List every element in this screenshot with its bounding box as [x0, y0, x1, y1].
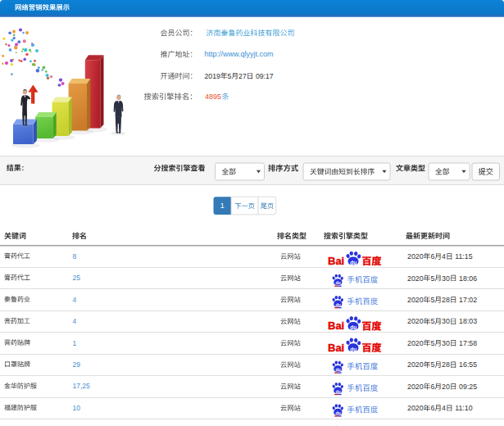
svg-text:du: du — [350, 347, 356, 352]
svg-text:09:17: 09:17 — [256, 72, 274, 80]
svg-text:28: 28 — [442, 296, 450, 304]
svg-text:30: 30 — [442, 317, 450, 325]
svg-text:11:10: 11:10 — [455, 404, 472, 412]
svg-text:5: 5 — [430, 274, 434, 283]
svg-text:1: 1 — [220, 202, 225, 210]
svg-text:du: du — [335, 367, 340, 372]
svg-text:du: du — [335, 302, 340, 307]
svg-text:2020: 2020 — [407, 339, 424, 347]
svg-text:4: 4 — [442, 404, 446, 412]
svg-text:5: 5 — [430, 339, 434, 347]
svg-text:29: 29 — [73, 360, 81, 369]
svg-text:2020: 2020 — [407, 252, 424, 261]
svg-text:20: 20 — [442, 383, 450, 391]
svg-text:4: 4 — [442, 252, 446, 261]
svg-text:2020: 2020 — [407, 296, 424, 304]
svg-text:2020: 2020 — [407, 317, 424, 325]
svg-text:30: 30 — [442, 339, 450, 347]
svg-text:5: 5 — [228, 72, 232, 80]
svg-text:25: 25 — [73, 274, 81, 282]
svg-text:09:25: 09:25 — [459, 383, 477, 391]
svg-text:11:15: 11:15 — [455, 252, 472, 261]
svg-text:17,25: 17,25 — [73, 382, 91, 390]
svg-text:2020: 2020 — [407, 383, 424, 391]
svg-text:du: du — [335, 280, 340, 285]
svg-text:5: 5 — [430, 360, 434, 369]
svg-text:5: 5 — [430, 317, 434, 325]
svg-text:4: 4 — [73, 296, 77, 304]
svg-text:2020: 2020 — [407, 404, 424, 412]
svg-text:17:58: 17:58 — [459, 339, 477, 347]
svg-text:6: 6 — [430, 383, 434, 391]
svg-text:16:55: 16:55 — [459, 360, 477, 369]
svg-text:du: du — [350, 324, 356, 330]
svg-text:1: 1 — [73, 339, 77, 347]
svg-text:27: 27 — [238, 72, 247, 80]
svg-text:6: 6 — [430, 404, 434, 412]
svg-text:Bai: Bai — [328, 342, 344, 354]
svg-text:28: 28 — [442, 360, 450, 369]
svg-text:Bai: Bai — [328, 320, 344, 332]
svg-text:6: 6 — [430, 252, 434, 261]
svg-text:18:06: 18:06 — [459, 274, 477, 283]
svg-text:4: 4 — [73, 317, 77, 325]
svg-text:du: du — [335, 410, 340, 415]
svg-text:Bai: Bai — [328, 255, 344, 267]
svg-text::: : — [21, 164, 24, 172]
svg-text:17:02: 17:02 — [459, 296, 477, 304]
svg-text:8: 8 — [73, 252, 77, 261]
svg-text:2019: 2019 — [205, 72, 220, 80]
svg-text:du: du — [350, 260, 356, 265]
svg-text:10: 10 — [73, 404, 81, 412]
svg-text:4895: 4895 — [205, 93, 221, 101]
svg-text:http://www.qlyyjt.com: http://www.qlyyjt.com — [205, 50, 274, 58]
svg-text:18:03: 18:03 — [459, 317, 477, 325]
svg-text:2020: 2020 — [407, 274, 424, 283]
svg-text:30: 30 — [442, 274, 450, 283]
svg-text:5: 5 — [430, 296, 434, 304]
svg-text:2020: 2020 — [407, 360, 424, 369]
svg-text:du: du — [335, 389, 340, 394]
